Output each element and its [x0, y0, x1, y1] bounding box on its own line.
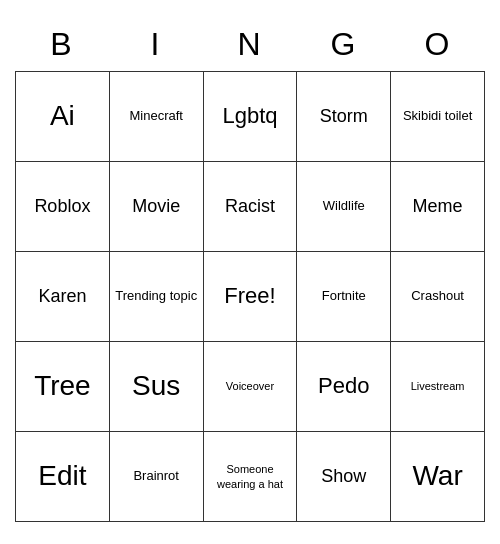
bingo-header: BINGO [15, 22, 485, 71]
header-letter-G: G [297, 22, 391, 71]
bingo-cell-r4-c0: Edit [16, 432, 110, 522]
bingo-cell-r4-c3: Show [297, 432, 391, 522]
bingo-cell-r2-c4: Crashout [391, 252, 485, 342]
bingo-card: BINGO AiMinecraftLgbtqStormSkibidi toile… [15, 22, 485, 522]
header-letter-O: O [391, 22, 485, 71]
bingo-cell-r1-c4: Meme [391, 162, 485, 252]
header-letter-I: I [109, 22, 203, 71]
bingo-cell-r3-c2: Voiceover [204, 342, 298, 432]
bingo-grid: AiMinecraftLgbtqStormSkibidi toiletRoblo… [15, 71, 485, 522]
bingo-cell-r3-c3: Pedo [297, 342, 391, 432]
bingo-cell-r0-c3: Storm [297, 72, 391, 162]
bingo-cell-r1-c3: Wildlife [297, 162, 391, 252]
bingo-cell-r0-c2: Lgbtq [204, 72, 298, 162]
bingo-cell-r4-c4: War [391, 432, 485, 522]
header-letter-B: B [15, 22, 109, 71]
bingo-cell-r1-c1: Movie [110, 162, 204, 252]
bingo-cell-r4-c1: Brainrot [110, 432, 204, 522]
bingo-cell-r0-c0: Ai [16, 72, 110, 162]
bingo-cell-r2-c3: Fortnite [297, 252, 391, 342]
bingo-cell-r2-c0: Karen [16, 252, 110, 342]
bingo-cell-r4-c2: Someone wearing a hat [204, 432, 298, 522]
bingo-cell-r1-c2: Racist [204, 162, 298, 252]
header-letter-N: N [203, 22, 297, 71]
bingo-cell-r0-c4: Skibidi toilet [391, 72, 485, 162]
bingo-cell-r2-c1: Trending topic [110, 252, 204, 342]
bingo-cell-r3-c1: Sus [110, 342, 204, 432]
bingo-cell-r0-c1: Minecraft [110, 72, 204, 162]
bingo-cell-r2-c2: Free! [204, 252, 298, 342]
bingo-cell-r3-c4: Livestream [391, 342, 485, 432]
bingo-cell-r3-c0: Tree [16, 342, 110, 432]
bingo-cell-r1-c0: Roblox [16, 162, 110, 252]
